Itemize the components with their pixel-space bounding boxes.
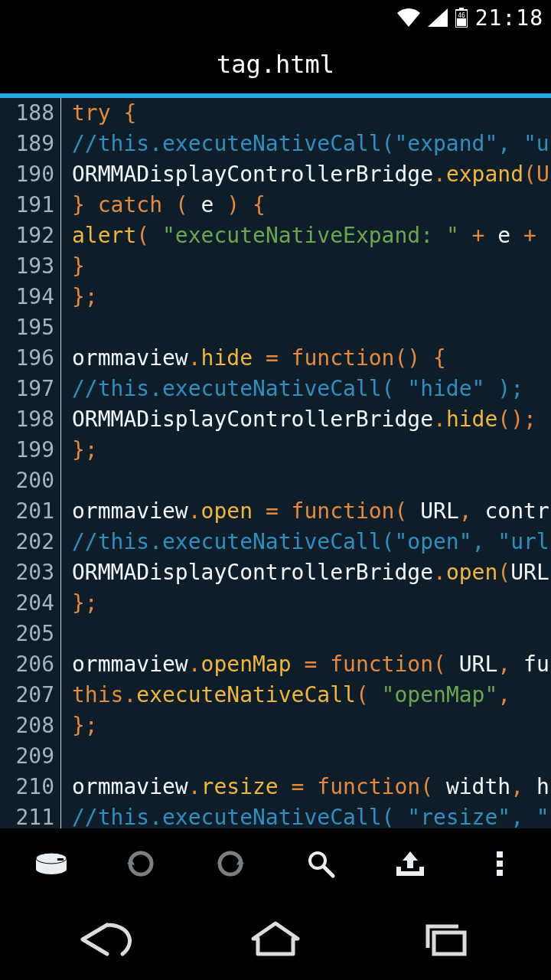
line-number: 199 — [0, 435, 61, 466]
code-line[interactable]: 203ORMMADisplayControllerBridge.open(URL — [0, 557, 551, 588]
undo-button[interactable] — [109, 828, 173, 899]
overflow-icon — [495, 848, 504, 879]
code-text[interactable]: }; — [61, 282, 551, 312]
svg-rect-19 — [434, 933, 465, 954]
line-number: 194 — [0, 282, 61, 312]
system-nav-bar — [0, 899, 551, 980]
upload-button[interactable] — [378, 828, 442, 899]
code-text[interactable]: ORMMADisplayControllerBridge.expand(U — [61, 159, 551, 190]
code-line[interactable]: 202//this.executeNativeCall("open", "url — [0, 527, 551, 557]
nav-recents-button[interactable] — [398, 899, 490, 980]
code-text[interactable] — [61, 466, 551, 496]
line-number: 206 — [0, 649, 61, 680]
code-line[interactable]: 197//this.executeNativeCall( "hide" ); — [0, 374, 551, 404]
code-text[interactable]: }; — [61, 710, 551, 741]
svg-line-12 — [324, 867, 333, 876]
code-line[interactable]: 208}; — [0, 710, 551, 741]
code-line[interactable]: 209 — [0, 741, 551, 772]
line-number: 210 — [0, 772, 61, 802]
undo-icon — [126, 848, 156, 879]
code-line[interactable]: 205 — [0, 619, 551, 649]
code-line[interactable]: 188try { — [0, 98, 551, 129]
svg-rect-16 — [497, 851, 503, 858]
code-text[interactable]: try { — [61, 98, 551, 129]
code-text[interactable]: ORMMADisplayControllerBridge.open(URL — [61, 557, 551, 588]
code-line[interactable]: 193} — [0, 251, 551, 282]
wifi-icon — [397, 8, 420, 27]
code-text[interactable]: alert( "executeNativeExpand: " + e + — [61, 220, 551, 251]
nav-back-button[interactable] — [61, 899, 153, 980]
line-number: 189 — [0, 129, 61, 159]
code-text[interactable]: //this.executeNativeCall( "resize", " — [61, 802, 551, 828]
line-number: 202 — [0, 527, 61, 557]
code-text[interactable] — [61, 312, 551, 343]
code-text[interactable]: }; — [61, 435, 551, 466]
battery-icon: 46 — [455, 8, 468, 28]
svg-rect-14 — [396, 867, 401, 871]
line-number: 205 — [0, 619, 61, 649]
code-text[interactable]: }; — [61, 588, 551, 619]
code-text[interactable] — [61, 741, 551, 772]
search-icon — [305, 848, 336, 879]
svg-rect-17 — [497, 861, 503, 867]
code-text[interactable]: ormmaview.hide = function() { — [61, 343, 551, 374]
code-line[interactable]: 189//this.executeNativeCall("expand", "u — [0, 129, 551, 159]
code-text[interactable] — [61, 619, 551, 649]
line-number: 203 — [0, 557, 61, 588]
code-line[interactable]: 210ormmaview.resize = function( width, h — [0, 772, 551, 802]
line-number: 197 — [0, 374, 61, 404]
code-text[interactable]: ormmaview.openMap = function( URL, fu — [61, 649, 551, 680]
disk-button[interactable] — [19, 828, 83, 899]
line-number: 188 — [0, 98, 61, 129]
svg-rect-18 — [497, 870, 503, 876]
line-number: 192 — [0, 220, 61, 251]
code-text[interactable]: this.executeNativeCall( "openMap", — [61, 680, 551, 710]
code-text[interactable]: ormmaview.resize = function( width, h — [61, 772, 551, 802]
app-toolbar — [0, 828, 551, 899]
code-text[interactable]: //this.executeNativeCall("open", "url — [61, 527, 551, 557]
back-icon — [77, 920, 138, 959]
code-text[interactable]: } — [61, 251, 551, 282]
code-line[interactable]: 196ormmaview.hide = function() { — [0, 343, 551, 374]
code-text[interactable]: //this.executeNativeCall("expand", "u — [61, 129, 551, 159]
code-line[interactable]: 201ormmaview.open = function( URL, contr — [0, 496, 551, 527]
code-text[interactable]: ORMMADisplayControllerBridge.hide(); — [61, 404, 551, 435]
code-line[interactable]: 207this.executeNativeCall( "openMap", — [0, 680, 551, 710]
code-editor[interactable]: 188try {189//this.executeNativeCall("exp… — [0, 98, 551, 828]
recents-icon — [417, 920, 471, 959]
line-number: 198 — [0, 404, 61, 435]
redo-button[interactable] — [198, 828, 262, 899]
line-number: 193 — [0, 251, 61, 282]
home-icon — [249, 920, 302, 959]
code-line[interactable]: 200 — [0, 466, 551, 496]
overflow-button[interactable] — [468, 828, 532, 899]
redo-icon — [215, 848, 246, 879]
code-line[interactable]: 206ormmaview.openMap = function( URL, fu — [0, 649, 551, 680]
code-line[interactable]: 191} catch ( e ) { — [0, 190, 551, 220]
line-number: 208 — [0, 710, 61, 741]
code-text[interactable]: //this.executeNativeCall( "hide" ); — [61, 374, 551, 404]
code-line[interactable]: 190ORMMADisplayControllerBridge.expand(U — [0, 159, 551, 190]
code-line[interactable]: 194}; — [0, 282, 551, 312]
status-bar: 46 21:18 — [0, 0, 551, 35]
search-button[interactable] — [289, 828, 353, 899]
svg-rect-13 — [396, 871, 424, 876]
nav-home-button[interactable] — [230, 899, 321, 980]
line-number: 207 — [0, 680, 61, 710]
file-title: tag.html — [217, 50, 334, 79]
code-line[interactable]: 199}; — [0, 435, 551, 466]
code-text[interactable]: ormmaview.open = function( URL, contr — [61, 496, 551, 527]
line-number: 196 — [0, 343, 61, 374]
code-line[interactable]: 198ORMMADisplayControllerBridge.hide(); — [0, 404, 551, 435]
line-number: 190 — [0, 159, 61, 190]
code-line[interactable]: 211//this.executeNativeCall( "resize", " — [0, 802, 551, 828]
upload-icon — [393, 848, 427, 879]
svg-rect-2 — [457, 18, 466, 26]
screen: 46 21:18 tag.html 188try {189//this.exec… — [0, 0, 551, 980]
code-line[interactable]: 204}; — [0, 588, 551, 619]
line-number: 209 — [0, 741, 61, 772]
code-line[interactable]: 195 — [0, 312, 551, 343]
line-number: 204 — [0, 588, 61, 619]
code-line[interactable]: 192alert( "executeNativeExpand: " + e + — [0, 220, 551, 251]
code-text[interactable]: } catch ( e ) { — [61, 190, 551, 220]
